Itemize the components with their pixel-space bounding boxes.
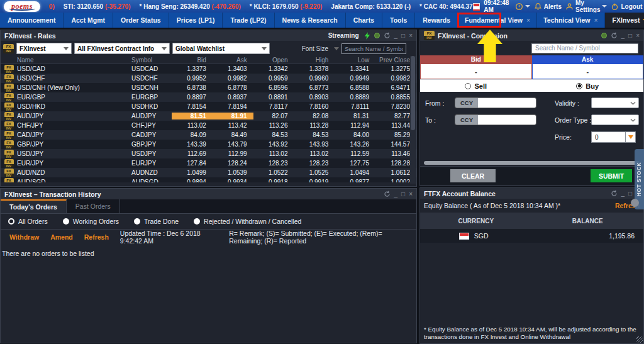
ask[interactable]: 81.91 — [213, 113, 253, 119]
nav-announcement[interactable]: Announcement — [0, 13, 64, 28]
bid[interactable]: 0.9894 — [172, 179, 213, 182]
bid[interactable]: 1.0499 — [172, 169, 213, 176]
close-icon[interactable]: × — [636, 33, 640, 39]
from-currency-input[interactable] — [478, 98, 536, 108]
buy-radio[interactable]: Buy — [532, 80, 644, 92]
price-dropdown-button[interactable] — [626, 131, 636, 143]
nav-order-status[interactable]: Order Status — [113, 13, 169, 28]
withdraw-link[interactable]: Withdraw — [9, 233, 39, 241]
ask-value[interactable]: - — [532, 64, 644, 79]
ask[interactable]: 1.0539 — [213, 169, 253, 176]
maximize-icon[interactable]: □ — [628, 33, 632, 39]
sell-radio[interactable]: Sell — [420, 80, 532, 92]
rates-row-GBPJPY[interactable]: FXINVGBP/JPYGBPJPY143.39143.79143.92143.… — [1, 140, 416, 149]
validity-select[interactable] — [591, 97, 639, 108]
bid[interactable]: 127.84 — [172, 160, 213, 167]
nav-prices-lp1[interactable]: Prices (LP1) — [169, 13, 223, 28]
ask[interactable]: 143.79 — [213, 141, 253, 148]
balance-row-SGD[interactable]: SGD1,195.86 — [420, 229, 643, 243]
ask[interactable]: 1.3403 — [213, 65, 253, 72]
amend-link[interactable]: Amend — [50, 233, 73, 241]
ask[interactable]: 0.9934 — [213, 179, 253, 182]
submit-button[interactable]: SUBMIT — [591, 169, 632, 182]
close-icon[interactable]: × — [409, 191, 413, 197]
bid[interactable]: 81.51 — [172, 113, 213, 119]
rates-row-CADJPY[interactable]: FXINVCAD/JPYCADJPY84.0984.4984.5384.5384… — [1, 130, 416, 140]
tab-todays-orders[interactable]: Today's Orders — [1, 199, 67, 213]
minimize-icon[interactable]: _ — [394, 191, 398, 197]
my-settings-button[interactable]: My Settings — [565, 0, 607, 13]
bid[interactable]: 113.02 — [172, 122, 213, 129]
ask[interactable]: 6.8778 — [213, 84, 253, 91]
ask[interactable]: 112.99 — [213, 150, 253, 157]
nav-trade-lp2[interactable]: Trade (LP2) — [223, 13, 274, 28]
rates-row-USDHKD[interactable]: FXINVUSD/HKDUSDHKD7.81547.81947.81177.81… — [1, 102, 416, 111]
ask[interactable]: 84.49 — [213, 131, 253, 138]
tab-past-orders[interactable]: Past Orders — [67, 199, 120, 213]
font-size-button[interactable]: Font Size — [302, 45, 339, 52]
nav-tools[interactable]: Tools — [382, 13, 415, 28]
tab-fundamental-view[interactable]: Fundamental View× — [458, 13, 537, 28]
rates-row-USDJPY[interactable]: FXINVUSD/JPYUSDJPY112.69112.99113.02113.… — [1, 149, 416, 158]
bid[interactable]: 112.69 — [172, 150, 213, 157]
bid[interactable]: 1.3373 — [172, 65, 213, 72]
nav-charts[interactable]: Charts — [346, 13, 382, 28]
minimize-icon[interactable]: _ — [621, 33, 625, 39]
close-icon[interactable]: × — [409, 33, 413, 39]
bid[interactable]: 143.39 — [172, 141, 213, 148]
filter-all-orders[interactable]: All Orders — [8, 218, 48, 225]
ask[interactable]: 128.24 — [213, 160, 253, 167]
tab-fxinvest-active[interactable]: FXInvest — [605, 13, 644, 28]
ask[interactable]: 0.8937 — [213, 94, 253, 101]
order-type-select[interactable] — [591, 114, 639, 125]
clear-button[interactable]: CLEAR — [450, 169, 496, 182]
refresh-link[interactable]: Refresh — [84, 233, 109, 241]
bid[interactable]: 84.09 — [172, 131, 213, 138]
maximize-icon[interactable]: □ — [401, 191, 405, 197]
bid[interactable]: 0.9952 — [172, 75, 213, 82]
minimize-icon[interactable]: _ — [394, 33, 398, 39]
ask[interactable]: 7.8194 — [213, 103, 253, 110]
nav-acct-mgmt[interactable]: Acct Mgmt — [64, 13, 113, 28]
ask[interactable]: 113.42 — [213, 122, 253, 129]
to-currency-input[interactable] — [478, 115, 536, 125]
refresh-icon[interactable] — [611, 190, 618, 197]
from-ccy-button[interactable]: CCY — [455, 98, 478, 108]
refresh-icon[interactable] — [384, 191, 391, 197]
horizontal-scrollbar[interactable] — [424, 161, 640, 165]
close-icon[interactable]: × — [526, 16, 530, 24]
conversion-search-input[interactable] — [531, 43, 638, 53]
filter-rejected-withdrawn-cancelled[interactable]: Rejected / Withdrawn / Cancelled — [194, 218, 301, 225]
alerts-button[interactable]: Alerts — [534, 3, 562, 11]
rates-row-EURGBP[interactable]: FXINVEUR/GBPEURGBP0.88970.89370.88910.89… — [1, 92, 416, 102]
to-ccy-button[interactable]: CCY — [455, 115, 478, 125]
bid[interactable]: 7.8154 — [172, 103, 213, 110]
price-input[interactable] — [591, 131, 626, 143]
close-icon[interactable]: × — [594, 16, 597, 24]
bid-value[interactable]: - — [420, 64, 532, 79]
bid[interactable]: 6.8738 — [172, 84, 213, 91]
logout-button[interactable]: Logout — [611, 3, 642, 11]
rates-row-AUDSGD[interactable]: FXINVAUD/SGDAUDSGD0.98940.99340.99180.99… — [1, 177, 416, 182]
maximize-icon[interactable]: □ — [401, 33, 405, 39]
refresh-icon[interactable] — [611, 32, 618, 39]
rates-row-USDCHF[interactable]: FXINVUSD/CHFUSDCHF0.99520.99820.99590.99… — [1, 74, 416, 83]
maximize-icon[interactable]: □ — [628, 191, 632, 197]
ask[interactable]: 0.9982 — [213, 75, 253, 82]
contract-info-select[interactable]: All FXInvest Contract Info — [74, 43, 170, 54]
nav-news-research[interactable]: News & Research — [275, 13, 346, 28]
filter-working-orders[interactable]: Working Orders — [63, 218, 119, 225]
rates-row-AUDNZD[interactable]: FXINVAUD/NZDAUDNZD1.04991.05391.05221.05… — [1, 168, 416, 177]
rates-row-AUDJPY[interactable]: FXINVAUD/JPYAUDJPY81.5181.9182.0782.0881… — [1, 111, 416, 121]
bid[interactable]: 0.8897 — [172, 94, 213, 101]
tab-technical-view[interactable]: Technical View× — [537, 13, 604, 28]
rates-scrollbar[interactable] — [410, 56, 416, 184]
rates-row-CHFJPY[interactable]: FXINVCHF/JPYCHFJPY113.02113.42113.26113.… — [1, 121, 416, 130]
rates-search-input[interactable] — [341, 43, 406, 54]
watchlist-select[interactable]: Global Watchlist — [172, 43, 270, 54]
refresh-icon[interactable] — [384, 32, 391, 39]
nav-rewards[interactable]: Rewards — [415, 13, 458, 28]
rates-row-USDCNH[interactable]: FXINVUSD/CNH (View Only)USDCNH6.87386.87… — [1, 83, 416, 92]
resize-handle[interactable] — [636, 336, 643, 343]
market-select[interactable]: FXInvest — [16, 43, 72, 54]
